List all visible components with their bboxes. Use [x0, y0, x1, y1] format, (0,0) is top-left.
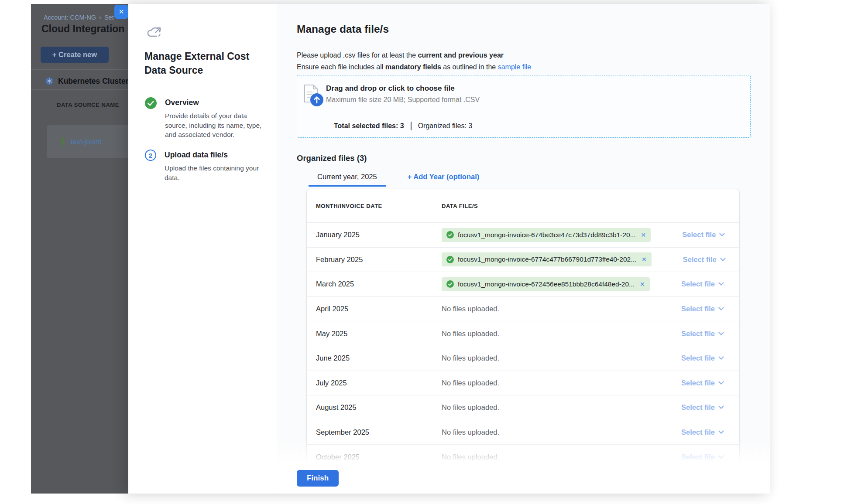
select-file-dropdown[interactable]: Select file — [650, 354, 724, 362]
select-file-label: Select file — [681, 428, 715, 436]
table-row: February 2025 focusv1_mongo-invoice-6774… — [307, 247, 739, 272]
table-row: June 2025 No files uploaded. Select file — [307, 346, 739, 371]
file-chip-name: focusv1_mongo-invoice-6774c477b667901d77… — [458, 255, 636, 263]
month-cell: March 2025 — [316, 280, 442, 288]
files-cell: focusv1_mongo-invoice-6774c477b667901d77… — [442, 252, 652, 266]
wizard-title: Manage External Cost Data Source — [144, 49, 259, 77]
chevron-down-icon — [719, 233, 725, 237]
page-title: Cloud Integration — [41, 23, 124, 35]
empty-files-text: No files uploaded. — [442, 403, 499, 411]
dropzone-subtitle: Maximum file size 20 MB; Supported forma… — [326, 96, 480, 104]
file-dropzone[interactable]: Drag and drop or click to choose file Ma… — [297, 75, 751, 138]
cloud-export-icon — [146, 25, 163, 41]
wizard-step-overview[interactable]: Overview Provide details of your data so… — [145, 97, 262, 140]
modal-backdrop[interactable]: Account: CCM-NG›Set Cloud Integration + … — [31, 4, 128, 494]
remove-file-icon[interactable]: ✕ — [640, 281, 645, 288]
select-file-dropdown[interactable]: Select file — [652, 255, 726, 264]
chevron-down-icon — [718, 307, 724, 311]
file-chip: focusv1_mongo-invoice-672456ee851bbb28c6… — [442, 277, 650, 291]
table-row: September 2025 No files uploaded. Select… — [307, 420, 739, 445]
file-chip-name: focusv1_mongo-invoice-674be3ce47c73d37dd… — [458, 231, 636, 239]
table-row: August 2025 No files uploaded. Select fi… — [307, 395, 739, 420]
wizard-step-upload[interactable]: 2 Upload data file/s Upload the files co… — [145, 150, 261, 182]
chevron-down-icon — [718, 405, 724, 409]
chevron-down-icon — [718, 381, 724, 385]
month-cell: July 2025 — [316, 379, 442, 387]
month-cell: May 2025 — [316, 330, 442, 338]
divider — [31, 69, 128, 70]
select-file-dropdown[interactable]: Select file — [650, 403, 724, 412]
select-file-dropdown[interactable]: Select file — [650, 305, 724, 313]
remove-file-icon[interactable]: ✕ — [641, 232, 646, 238]
month-cell: August 2025 — [316, 403, 442, 412]
month-cell: October 2025 — [316, 453, 442, 461]
table-row: October 2025 No files uploaded. Select f… — [307, 444, 739, 465]
files-cell: focusv1_mongo-invoice-672456ee851bbb28c6… — [442, 277, 650, 291]
totals-divider — [411, 122, 412, 130]
finish-button[interactable]: Finish — [297, 470, 339, 487]
data-source-name-link: test-jbisht — [71, 138, 102, 146]
chevron-down-icon — [718, 332, 724, 336]
dropzone-divider — [323, 114, 735, 114]
total-selected-files: Total selected files: 3 — [334, 122, 404, 130]
breadcrumb-section-link: Set — [104, 14, 114, 21]
select-file-dropdown[interactable]: Select file — [650, 453, 724, 461]
monthly-files-table: MONTH/INVOICE DATE DATA FILE/S January 2… — [306, 189, 740, 465]
table-row: July 2025 No files uploaded. Select file — [307, 371, 739, 395]
chevron-down-icon — [718, 356, 724, 360]
select-file-label: Select file — [681, 453, 715, 461]
column-header-data-source-name: DATA SOURCE NAME — [57, 102, 119, 108]
files-cell: No files uploaded. — [442, 428, 650, 436]
upload-file-icon — [303, 84, 326, 108]
table-row: April 2025 No files uploaded. Select fil… — [307, 296, 739, 321]
organized-files-heading: Organized files (3) — [297, 153, 367, 163]
month-table-body: January 2025 focusv1_mongo-invoice-674be… — [307, 222, 739, 465]
empty-files-text: No files uploaded. — [442, 330, 499, 337]
step-overview-label: Overview — [165, 97, 262, 107]
step-upload-label: Upload data file/s — [165, 150, 261, 160]
breadcrumb-separator-icon: › — [99, 14, 101, 21]
select-file-dropdown[interactable]: Select file — [650, 330, 724, 338]
step-upload-description: Upload the files containing your data. — [165, 163, 261, 182]
select-file-label: Select file — [681, 280, 715, 288]
breadcrumb: Account: CCM-NG›Set — [44, 14, 114, 21]
manage-data-files-panel: Manage data file/s Please upload .csv fi… — [277, 4, 770, 494]
manage-external-cost-drawer: Manage External Cost Data Source Overvie… — [128, 4, 770, 494]
divider — [31, 89, 128, 90]
select-file-dropdown[interactable]: Select file — [651, 231, 725, 239]
organized-files-count: Organized files: 3 — [418, 122, 473, 130]
instruction-line-1: Please upload .csv files for at least th… — [297, 50, 531, 61]
select-file-dropdown[interactable]: Select file — [650, 280, 724, 288]
file-chip-name: focusv1_mongo-invoice-672456ee851bbb28c6… — [458, 280, 635, 288]
file-uploaded-check-icon — [446, 256, 454, 263]
select-file-label: Select file — [681, 354, 715, 362]
sample-file-link[interactable]: sample file — [498, 63, 531, 71]
table-row: May 2025 No files uploaded. Select file — [307, 321, 739, 346]
select-file-label: Select file — [682, 231, 716, 239]
remove-file-icon[interactable]: ✕ — [642, 256, 647, 263]
chevron-down-icon — [718, 430, 724, 434]
chevron-down-icon — [718, 282, 724, 286]
select-file-label: Select file — [681, 379, 715, 387]
column-header-data-files: DATA FILE/S — [442, 203, 650, 209]
close-icon: ✕ — [119, 8, 124, 16]
tab-label: Kubernetes Clusters — [58, 77, 128, 86]
files-cell: focusv1_mongo-invoice-674be3ce47c73d37dd… — [442, 228, 651, 242]
close-drawer-button[interactable]: ✕ — [114, 5, 128, 19]
select-file-dropdown[interactable]: Select file — [650, 428, 724, 436]
mongodb-leaf-icon — [59, 136, 66, 148]
add-year-button[interactable]: + Add Year (optional) — [408, 168, 480, 187]
tab-kubernetes-clusters: Kubernetes Clusters — [45, 73, 128, 89]
empty-files-text: No files uploaded. — [442, 305, 499, 313]
select-file-dropdown[interactable]: Select file — [650, 379, 724, 387]
empty-files-text: No files uploaded. — [442, 379, 499, 387]
column-header-month: MONTH/INVOICE DATE — [316, 203, 442, 209]
select-file-label: Select file — [681, 403, 715, 412]
file-chip: focusv1_mongo-invoice-674be3ce47c73d37dd… — [442, 228, 651, 242]
chevron-down-icon — [720, 258, 726, 262]
table-row: January 2025 focusv1_mongo-invoice-674be… — [307, 222, 739, 247]
tab-current-year[interactable]: Current year, 2025 — [309, 168, 386, 187]
select-file-label: Select file — [681, 305, 715, 313]
month-cell: April 2025 — [316, 305, 442, 313]
year-tabs: Current year, 2025 + Add Year (optional) — [309, 168, 479, 187]
